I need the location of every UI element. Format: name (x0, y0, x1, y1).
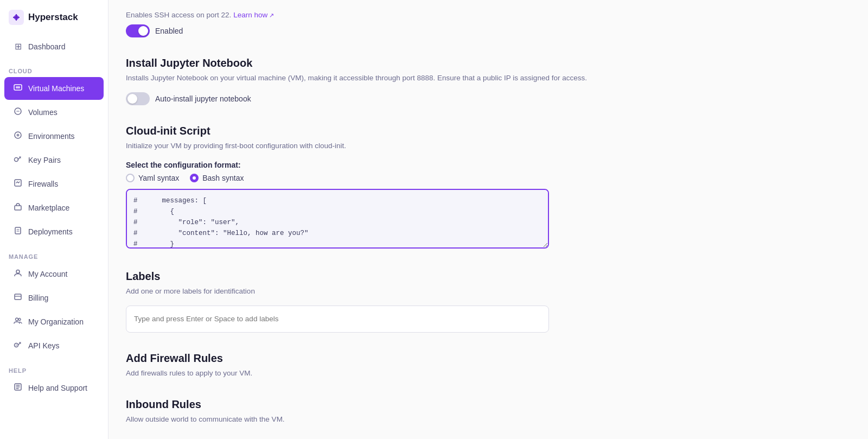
sidebar-item-volumes[interactable]: Volumes (4, 101, 104, 124)
manage-section-label: MANAGE (0, 247, 108, 262)
sidebar-item-dashboard[interactable]: ⊞ Dashboard (4, 35, 104, 58)
svg-rect-9 (15, 227, 21, 234)
sidebar-item-label: My Account (28, 270, 67, 278)
cloud-init-title: Cloud-init Script (126, 125, 846, 137)
app-name: Hyperstack (28, 12, 78, 23)
cloud-section-label: CLOUD (0, 61, 108, 77)
sidebar-item-label: Dashboard (28, 42, 66, 51)
firewall-section: Add Firewall Rules Add firewalls rules t… (126, 352, 846, 379)
volumes-icon (13, 107, 23, 118)
billing-icon (13, 292, 23, 303)
learn-how-link[interactable]: Learn how (233, 11, 274, 19)
ssh-section: Enables SSH access on port 22. Learn how… (126, 11, 846, 37)
svg-rect-2 (16, 86, 20, 88)
radio-bash[interactable]: Bash syntax (190, 174, 244, 182)
sidebar-item-api-keys[interactable]: API Keys (4, 334, 104, 357)
sidebar-item-label: Virtual Machines (28, 84, 84, 93)
inbound-desc: Allow outside world to communicate with … (126, 414, 846, 425)
labels-input[interactable] (126, 306, 549, 333)
jupyter-toggle-label: Auto-install jupyter notebook (155, 94, 251, 103)
environments-icon (13, 131, 23, 142)
help-support-icon (13, 383, 23, 393)
jupyter-title: Install Jupyter Notebook (126, 57, 846, 69)
my-organization-icon (13, 316, 23, 327)
help-section-label: HELP (0, 361, 108, 376)
sidebar-item-marketplace[interactable]: Marketplace (4, 196, 104, 219)
dashboard-icon: ⊞ (13, 41, 23, 52)
deployments-icon (13, 226, 23, 237)
sidebar-item-label: Volumes (28, 108, 58, 117)
svg-point-5 (17, 134, 20, 137)
inbound-title: Inbound Rules (126, 398, 846, 411)
labels-desc: Add one or more labels for identificatio… (126, 286, 846, 297)
firewall-desc: Add firewalls rules to apply to your VM. (126, 368, 846, 379)
sidebar-item-my-account[interactable]: My Account (4, 263, 104, 285)
ssh-description: Enables SSH access on port 22. Learn how (126, 11, 846, 19)
sidebar-item-help-support[interactable]: Help and Support (4, 377, 104, 399)
sidebar-item-my-organization[interactable]: My Organization (4, 310, 104, 333)
sidebar-item-label: Environments (28, 132, 75, 141)
jupyter-toggle-row: Auto-install jupyter notebook (126, 92, 846, 105)
cloud-init-code-editor[interactable] (126, 189, 549, 249)
main-content: Enables SSH access on port 22. Learn how… (108, 0, 868, 439)
sidebar-item-virtual-machines[interactable]: Virtual Machines (4, 77, 104, 100)
my-account-icon (13, 269, 23, 279)
marketplace-icon (13, 202, 23, 213)
cloud-init-section: Cloud-init Script Initialize your VM by … (126, 125, 846, 250)
sidebar-item-label: Firewalls (28, 180, 58, 188)
vm-icon (13, 83, 23, 94)
sidebar-item-label: Billing (28, 294, 48, 302)
svg-point-13 (18, 319, 21, 321)
sidebar-item-label: Deployments (28, 227, 73, 236)
radio-bash-label: Bash syntax (202, 174, 244, 182)
labels-title: Labels (126, 270, 846, 283)
firewalls-icon (13, 179, 23, 189)
jupyter-section: Install Jupyter Notebook Installs Jupyte… (126, 57, 846, 105)
svg-rect-7 (15, 180, 21, 186)
svg-rect-11 (15, 294, 21, 300)
api-keys-icon (13, 340, 23, 351)
sidebar-item-label: Key Pairs (28, 156, 61, 164)
sidebar-item-environments[interactable]: Environments (4, 125, 104, 148)
ssh-toggle-thumb (138, 26, 148, 36)
sidebar-item-billing[interactable]: Billing (4, 287, 104, 309)
radio-yaml-label: Yaml syntax (138, 174, 179, 182)
ssh-toggle-row: Enabled (126, 24, 846, 37)
svg-point-10 (16, 270, 20, 273)
sidebar-item-label: API Keys (28, 341, 60, 350)
ssh-toggle[interactable] (126, 24, 150, 37)
app-logo: Hyperstack (0, 0, 108, 35)
sidebar-item-label: Help and Support (28, 384, 87, 392)
sidebar-item-label: My Organization (28, 317, 84, 326)
jupyter-toggle[interactable] (126, 92, 150, 105)
sidebar: Hyperstack ⊞ Dashboard CLOUD Virtual Mac… (0, 0, 108, 439)
sidebar-item-deployments[interactable]: Deployments (4, 220, 104, 243)
sidebar-item-firewalls[interactable]: Firewalls (4, 173, 104, 195)
ssh-toggle-label: Enabled (155, 27, 183, 35)
firewall-title: Add Firewall Rules (126, 352, 846, 365)
cloud-init-desc: Initialize your VM by providing first-bo… (126, 141, 846, 151)
sidebar-item-key-pairs[interactable]: Key Pairs (4, 149, 104, 171)
config-format-label: Select the configuration format: (126, 161, 846, 169)
labels-section: Labels Add one or more labels for identi… (126, 270, 846, 333)
svg-point-12 (16, 318, 18, 321)
svg-point-15 (16, 345, 17, 346)
jupyter-desc: Installs Jupyter Notebook on your virtua… (126, 73, 846, 84)
logo-icon (9, 10, 24, 25)
radio-yaml-circle (126, 174, 135, 182)
radio-yaml[interactable]: Yaml syntax (126, 174, 179, 182)
sidebar-item-label: Marketplace (28, 203, 69, 212)
key-pairs-icon (13, 155, 23, 166)
svg-rect-8 (15, 206, 21, 210)
config-format-radio-group: Yaml syntax Bash syntax (126, 174, 846, 182)
radio-bash-circle (190, 174, 199, 182)
inbound-section: Inbound Rules Allow outside world to com… (126, 398, 846, 425)
